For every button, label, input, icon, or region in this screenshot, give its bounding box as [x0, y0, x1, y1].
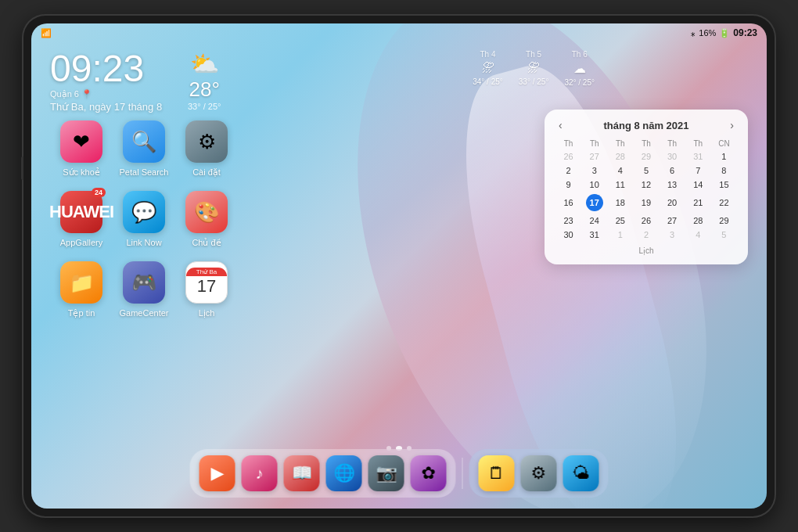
dock-weather[interactable]: 🌤 [563, 455, 599, 491]
app-gallery-icon: HUAWEI [49, 202, 113, 222]
suc-khoe-label: Sức khoẻ [63, 167, 100, 178]
cai-dat-label: Cài đặt [192, 167, 221, 178]
weather-range: 33° / 25° [188, 102, 221, 111]
app-petal-search[interactable]: 🔍 Petal Search [113, 117, 175, 188]
calendar-prev[interactable]: ‹ [555, 119, 566, 131]
cal-wday-3: Th [607, 138, 633, 149]
cal-day[interactable]: 20 [660, 192, 685, 214]
app-suc-khoe[interactable]: ❤ Sức khoẻ [50, 117, 113, 188]
cal-day[interactable]: 18 [607, 192, 633, 214]
cal-day[interactable]: 17 [581, 192, 607, 214]
weather-temp: 28° [189, 77, 220, 102]
cal-day[interactable]: 4 [607, 164, 633, 178]
cal-day[interactable]: 1 [711, 149, 737, 164]
cal-day[interactable]: 9 [555, 178, 581, 192]
calendar-title: tháng 8 năm 2021 [603, 120, 688, 131]
dock-notes[interactable]: 🗒 [479, 455, 515, 491]
calendar-grid: Th Th Th Th Th Th CN 2627282930311234567… [555, 138, 737, 242]
volume-button [21, 156, 23, 180]
cal-day[interactable]: 2 [633, 228, 659, 242]
cal-day[interactable]: 7 [685, 164, 711, 178]
cal-day[interactable]: 3 [581, 164, 607, 178]
cal-day[interactable]: 28 [685, 214, 711, 228]
cal-day[interactable]: 24 [581, 214, 607, 228]
petal-search-icon: 🔍 [131, 130, 156, 154]
clock-date: Thứ Ba, ngày 17 tháng 8 [50, 101, 162, 113]
cal-day[interactable]: 5 [633, 164, 659, 178]
dock-camera[interactable]: 📷 [368, 455, 404, 491]
cal-day[interactable]: 8 [711, 164, 737, 178]
calendar-widget: ‹ tháng 8 năm 2021 › Th Th Th Th Th Th C… [545, 110, 748, 264]
cal-day[interactable]: 29 [711, 214, 737, 228]
cal-day[interactable]: 23 [555, 214, 581, 228]
app-lich[interactable]: Thứ Ba 17 Lịch [175, 258, 238, 329]
suc-khoe-icon: ❤ [73, 130, 90, 154]
app-app-gallery[interactable]: HUAWEI 24 AppGallery [50, 188, 113, 258]
cal-day[interactable]: 19 [633, 192, 659, 214]
chu-de-icon: 🎨 [194, 200, 219, 225]
cal-day[interactable]: 15 [711, 178, 737, 192]
cal-wday-6: Th [685, 138, 711, 149]
cal-day[interactable]: 30 [555, 228, 581, 242]
game-center-label: GameCenter [120, 308, 169, 318]
cal-day[interactable]: 16 [555, 192, 581, 214]
cal-wday-1: Th [555, 138, 581, 149]
app-chu-de[interactable]: 🎨 Chủ đề [175, 188, 238, 258]
cal-day[interactable]: 27 [581, 149, 607, 164]
cal-day[interactable]: 29 [633, 149, 659, 164]
books-icon: 📖 [291, 463, 312, 483]
cal-day[interactable]: 10 [581, 178, 607, 192]
forecast-day-1: Th 4 ⛈ 34° / 25° [473, 50, 503, 87]
settings-icon: ⚙ [531, 463, 547, 483]
app-tep-tin[interactable]: 📁 Tệp tin [50, 258, 113, 329]
tablet-screen: 📶 ⁎ 16% 🔋 09:23 09:23 Quận 6 📍 Thứ Ba, n… [31, 23, 767, 509]
cal-day[interactable]: 5 [711, 228, 737, 242]
dock-left: ▶ ♪ 📖 🌐 📷 ✿ [190, 449, 456, 498]
app-link-now[interactable]: 💬 Link Now [113, 188, 175, 258]
dock-music[interactable]: ♪ [242, 455, 278, 491]
tep-tin-label: Tệp tin [68, 308, 95, 318]
clock-widget: 09:23 Quận 6 📍 Thứ Ba, ngày 17 tháng 8 [50, 50, 162, 113]
petal-search-label: Petal Search [120, 167, 169, 177]
dock-browser[interactable]: 🌐 [326, 455, 362, 491]
status-bar: 📶 ⁎ 16% 🔋 09:23 [31, 23, 767, 42]
cal-wday-5: Th [660, 138, 685, 149]
cal-day[interactable]: 31 [581, 228, 607, 242]
cal-day[interactable]: 3 [660, 228, 685, 242]
cal-day[interactable]: 4 [685, 228, 711, 242]
app-cai-dat[interactable]: ⚙ Cài đặt [175, 117, 238, 188]
cal-day[interactable]: 28 [607, 149, 633, 164]
cal-day[interactable]: 31 [685, 149, 711, 164]
weather-forecast: Th 4 ⛈ 34° / 25° Th 5 ⛈ 33° / 25° Th 6 ☁… [473, 50, 595, 87]
cal-day[interactable]: 22 [711, 192, 737, 214]
cal-day[interactable]: 30 [660, 149, 685, 164]
clock-district: Quận 6 📍 [50, 89, 162, 99]
cal-day[interactable]: 14 [685, 178, 711, 192]
cal-day[interactable]: 25 [607, 214, 633, 228]
cal-day[interactable]: 13 [660, 178, 685, 192]
dock-video[interactable]: ▶ [200, 455, 235, 491]
battery-percent: 16% [699, 28, 716, 38]
dock-right: 🗒 ⚙ 🌤 [469, 449, 609, 498]
dock-gallery[interactable]: ✿ [411, 455, 447, 491]
clock-time: 09:23 [50, 50, 162, 88]
app-game-center[interactable]: 🎮 GameCenter [113, 258, 175, 329]
weather-icon2: 🌤 [573, 463, 590, 483]
cal-day[interactable]: 21 [685, 192, 711, 214]
link-now-label: Link Now [126, 238, 161, 247]
cal-day[interactable]: 1 [607, 228, 633, 242]
weather-widget: ⛅ 28° 33° / 25° [188, 50, 221, 111]
cal-day[interactable]: 6 [660, 164, 685, 178]
dock-books[interactable]: 📖 [284, 455, 320, 491]
dock-settings[interactable]: ⚙ [521, 455, 557, 491]
cal-day[interactable]: 26 [633, 214, 659, 228]
weather-current: ⛅ 28° 33° / 25° [188, 50, 221, 111]
calendar-next[interactable]: › [727, 119, 737, 131]
cal-day[interactable]: 26 [555, 149, 581, 164]
game-center-icon: 🎮 [131, 271, 156, 295]
cal-day[interactable]: 12 [633, 178, 659, 192]
cal-day[interactable]: 27 [660, 214, 685, 228]
dock-divider [462, 458, 463, 489]
cal-day[interactable]: 2 [555, 164, 581, 178]
cal-day[interactable]: 11 [607, 178, 633, 192]
